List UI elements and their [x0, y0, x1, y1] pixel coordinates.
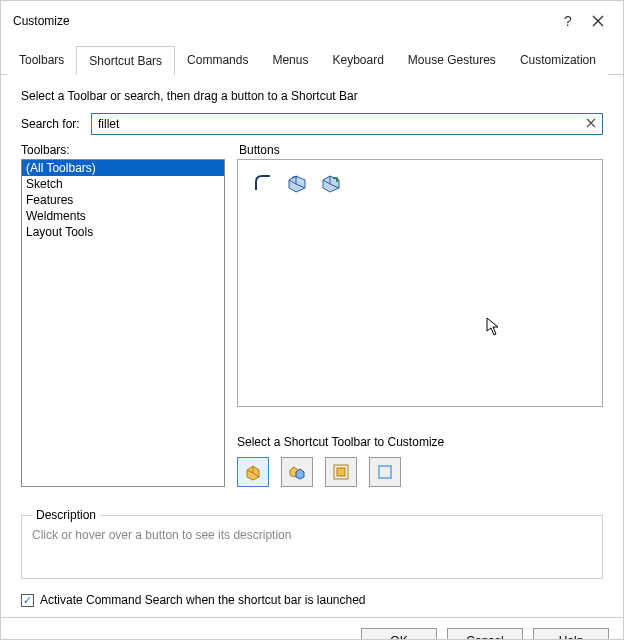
buttons-panel [237, 159, 603, 407]
tab-toolbars[interactable]: Toolbars [7, 46, 76, 75]
tab-bar: Toolbars Shortcut Bars Commands Menus Ke… [1, 45, 623, 75]
toolbars-listbox[interactable]: (All Toolbars) Sketch Features Weldments… [21, 159, 225, 487]
help-button[interactable]: ? [553, 9, 583, 33]
sketch-fillet-button[interactable] [250, 170, 276, 196]
buttons-label: Buttons [239, 143, 603, 157]
close-button[interactable] [583, 9, 613, 33]
tab-shortcut-bars[interactable]: Shortcut Bars [76, 46, 175, 75]
shortcut-label: Select a Shortcut Toolbar to Customize [237, 435, 603, 449]
search-input[interactable] [92, 114, 580, 134]
clear-search-button[interactable] [580, 116, 602, 132]
filletxpert-icon [320, 172, 342, 194]
list-item[interactable]: Weldments [22, 208, 224, 224]
filletxpert-button[interactable] [318, 170, 344, 196]
svg-rect-2 [379, 466, 391, 478]
search-field-wrap [91, 113, 603, 135]
description-label: Description [32, 508, 100, 522]
tab-keyboard[interactable]: Keyboard [320, 46, 395, 75]
instruction-text: Select a Toolbar or search, then drag a … [21, 89, 603, 103]
fillet-icon [286, 172, 308, 194]
assembly-icon [287, 462, 307, 482]
shortcut-sketch-button[interactable] [369, 457, 401, 487]
list-item[interactable]: Features [22, 192, 224, 208]
fillet-button[interactable] [284, 170, 310, 196]
tab-menus[interactable]: Menus [260, 46, 320, 75]
shortcut-toolbar-chooser [237, 457, 603, 487]
shortcut-part-button[interactable] [237, 457, 269, 487]
shortcut-drawing-button[interactable] [325, 457, 357, 487]
close-icon [592, 15, 604, 27]
list-item[interactable]: Layout Tools [22, 224, 224, 240]
window-title: Customize [13, 14, 553, 28]
drawing-icon [331, 462, 351, 482]
list-item[interactable]: Sketch [22, 176, 224, 192]
part-icon [243, 462, 263, 482]
svg-rect-1 [337, 468, 345, 476]
tab-commands[interactable]: Commands [175, 46, 260, 75]
ok-button[interactable]: OK [361, 628, 437, 640]
activate-search-label: Activate Command Search when the shortcu… [40, 593, 366, 607]
toolbars-label: Toolbars: [21, 143, 225, 157]
activate-search-checkbox[interactable]: ✓ [21, 594, 34, 607]
description-placeholder: Click or hover over a button to see its … [32, 528, 592, 542]
tab-mouse-gestures[interactable]: Mouse Gestures [396, 46, 508, 75]
cancel-button[interactable]: Cancel [447, 628, 523, 640]
search-label: Search for: [21, 117, 91, 131]
clear-icon [585, 117, 597, 129]
description-group: Description Click or hover over a button… [21, 515, 603, 579]
sketch-mode-icon [375, 462, 395, 482]
shortcut-assembly-button[interactable] [281, 457, 313, 487]
list-item[interactable]: (All Toolbars) [22, 160, 224, 176]
tab-customization[interactable]: Customization [508, 46, 608, 75]
sketch-fillet-icon [252, 172, 274, 194]
help-footer-button[interactable]: Help [533, 628, 609, 640]
dialog-footer: OK Cancel Help [1, 617, 623, 640]
